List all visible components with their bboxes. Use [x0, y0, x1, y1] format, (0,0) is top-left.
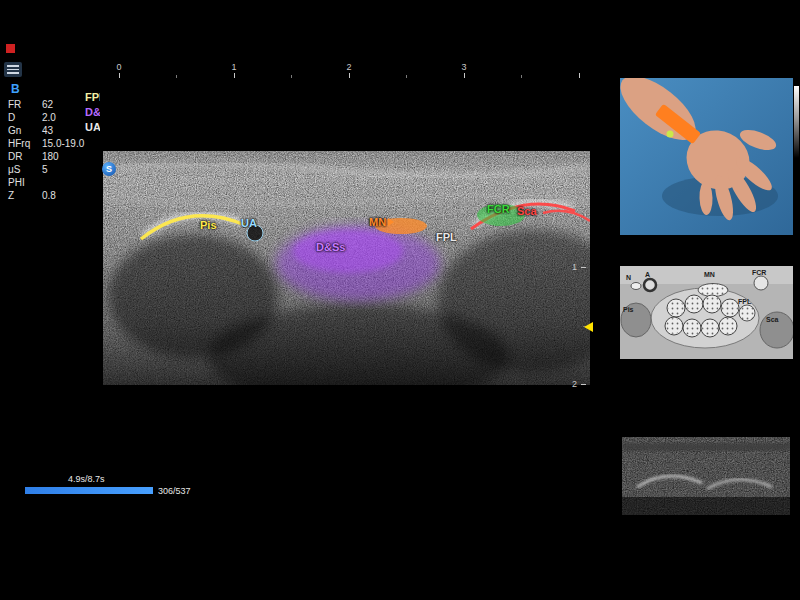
scan-label-pis: Pis — [200, 219, 217, 231]
parameter-label: μS — [8, 163, 42, 176]
scan-label-fcr: FCR — [487, 203, 510, 215]
scan-label-mn-text: MN — [369, 216, 386, 228]
anatomy-label: FPL — [738, 298, 752, 305]
parameter-row: μS5 — [8, 163, 84, 176]
parameter-row: Z0.8 — [8, 189, 84, 202]
parameter-value: 180 — [42, 150, 59, 163]
parameter-row: HFrq15.0-19.0 — [8, 137, 84, 150]
scan-label-dss: D&Ss — [316, 241, 345, 253]
depth-number: 2 — [572, 379, 577, 389]
parameter-label: HFrq — [8, 137, 42, 150]
ultrasound-image[interactable]: S — [100, 78, 592, 478]
vendor-logo: S — [102, 162, 116, 176]
probe-position-photo[interactable] — [620, 78, 793, 235]
parameter-label: DR — [8, 150, 42, 163]
anatomy-label: Pis — [623, 306, 634, 313]
cine-progress-bar[interactable] — [25, 487, 153, 494]
ruler-number: 3 — [461, 62, 466, 72]
scan-label-ua: UA — [241, 217, 257, 229]
cine-progress-fill — [25, 487, 153, 494]
parameter-label: Gn — [8, 124, 42, 137]
anatomy-diagram[interactable]: N A MN FCR Pis FPL Sca — [620, 266, 793, 359]
parameter-value: 0.8 — [42, 189, 56, 202]
parameter-label: D — [8, 111, 42, 124]
ultrasound-thumbnail[interactable] — [622, 437, 790, 515]
parameter-label: Z — [8, 189, 42, 202]
ultrasound-screen: B FR62 D2.0 Gn43 HFrq15.0-19.0 DR180 μS5… — [0, 0, 800, 600]
parameter-row: FR62 — [8, 98, 84, 111]
focus-marker-icon[interactable] — [584, 322, 593, 332]
scan-label-fpl: FPL — [436, 231, 457, 243]
parameter-row: D2.0 — [8, 111, 84, 124]
parameter-label: PHI — [8, 176, 42, 189]
parameter-label: FR — [8, 98, 42, 111]
grayscale-map — [794, 86, 799, 158]
mode-indicator: B — [11, 82, 20, 96]
ruler-number: 2 — [346, 62, 351, 72]
depth-tick — [581, 267, 586, 268]
depth-tick — [581, 384, 586, 385]
anatomy-label: Sca — [766, 316, 779, 323]
menu-icon[interactable] — [4, 62, 22, 77]
anatomy-label: A — [645, 271, 650, 278]
parameter-value: 5 — [42, 163, 48, 176]
probe-marker-dot — [667, 131, 674, 138]
scan-label-sca: Sca — [517, 205, 537, 217]
cine-time: 4.9s/8.7s — [68, 474, 105, 484]
anatomy-label: FCR — [752, 269, 766, 276]
ruler-number: 0 — [116, 62, 121, 72]
parameter-panel: FR62 D2.0 Gn43 HFrq15.0-19.0 DR180 μS5 P… — [8, 98, 84, 202]
parameter-row: Gn43 — [8, 124, 84, 137]
parameter-value: 2.0 — [42, 111, 56, 124]
cine-frame-counter: 306/537 — [158, 486, 191, 496]
parameter-value: 43 — [42, 124, 53, 137]
record-indicator-icon — [6, 44, 15, 53]
anatomy-label: N — [626, 274, 631, 281]
mn-arrow-icon — [388, 218, 394, 226]
echo-canvas — [103, 151, 590, 385]
parameter-value: 15.0-19.0 — [42, 137, 84, 150]
ruler-number: 1 — [231, 62, 236, 72]
anatomy-label: MN — [704, 271, 715, 278]
depth-tick-minor — [583, 209, 586, 210]
parameter-row: DR180 — [8, 150, 84, 163]
scan-label-mn: MN — [369, 216, 394, 228]
parameter-value: 62 — [42, 98, 53, 111]
depth-number: 1 — [572, 262, 577, 272]
parameter-row: PHI — [8, 176, 84, 189]
